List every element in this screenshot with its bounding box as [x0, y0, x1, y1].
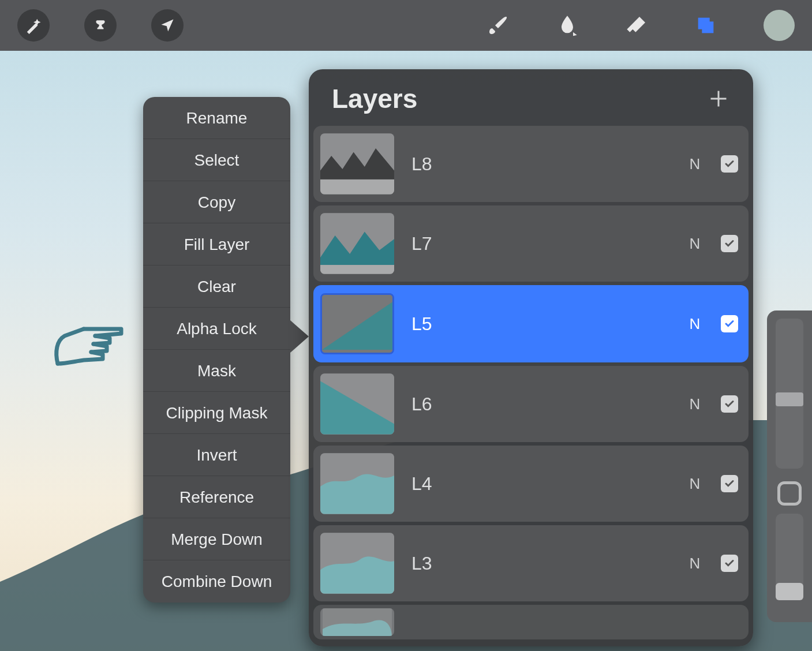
svg-rect-3 [320, 265, 394, 274]
plus-icon [708, 88, 729, 109]
layers-panel: Layers L8 N L7 N L5 N [309, 69, 753, 646]
layer-thumbnail [320, 533, 394, 594]
layer-row-partial[interactable] [313, 605, 749, 639]
layer-visible-checkbox[interactable] [721, 395, 738, 413]
context-invert[interactable]: Invert [143, 434, 290, 476]
layer-row-l4[interactable]: L4 N [313, 446, 749, 522]
context-select[interactable]: Select [143, 139, 290, 181]
actions-button[interactable] [17, 9, 50, 42]
context-alpha-lock[interactable]: Alpha Lock [143, 308, 290, 350]
layer-row-l5[interactable]: L5 N [313, 285, 749, 362]
layers-header: Layers [309, 69, 753, 126]
selection-icon [89, 14, 112, 37]
modify-button[interactable] [777, 481, 802, 506]
layer-visible-checkbox[interactable] [721, 555, 738, 572]
side-slider-panel [767, 310, 812, 622]
layer-visible-checkbox[interactable] [721, 315, 738, 332]
layer-row-l7[interactable]: L7 N [313, 205, 749, 282]
layers-title: Layers [332, 83, 417, 114]
layer-name: L7 [411, 233, 669, 255]
layer-name: L4 [411, 473, 669, 495]
opacity-slider[interactable] [776, 514, 803, 600]
hand-gesture-icon [52, 312, 127, 369]
layer-row-l8[interactable]: L8 N [313, 126, 749, 202]
context-clear[interactable]: Clear [143, 265, 290, 308]
toolbar-left [17, 9, 184, 42]
blend-mode[interactable]: N [686, 315, 704, 333]
layer-list: L8 N L7 N L5 N L6 N [309, 126, 753, 639]
magic-wand-icon [22, 14, 45, 37]
layer-thumbnail [320, 213, 394, 274]
add-layer-button[interactable] [707, 87, 730, 110]
transform-icon [156, 14, 179, 37]
context-menu-arrow [290, 320, 309, 353]
top-toolbar [0, 0, 812, 51]
context-mask[interactable]: Mask [143, 350, 290, 392]
layers-icon[interactable] [694, 14, 717, 37]
context-fill-layer[interactable]: Fill Layer [143, 223, 290, 265]
blend-mode[interactable]: N [686, 235, 704, 253]
context-rename[interactable]: Rename [143, 97, 290, 139]
transform-button[interactable] [151, 9, 184, 42]
eraser-icon[interactable] [625, 14, 648, 37]
layer-name: L5 [411, 313, 669, 335]
toolbar-right [487, 10, 795, 41]
layer-visible-checkbox[interactable] [721, 235, 738, 252]
layer-context-menu: Rename Select Copy Fill Layer Clear Alph… [143, 97, 290, 603]
blend-mode[interactable]: N [686, 555, 704, 573]
layer-name: L8 [411, 154, 669, 175]
brush-size-slider[interactable] [776, 319, 803, 469]
layer-thumbnail [320, 453, 394, 514]
layer-thumbnail [320, 133, 394, 194]
layer-visible-checkbox[interactable] [721, 475, 738, 492]
slider-handle[interactable] [776, 392, 803, 406]
layer-thumbnail [320, 293, 394, 354]
adjustments-button[interactable] [84, 9, 117, 42]
color-swatch[interactable] [764, 10, 795, 41]
layer-visible-checkbox[interactable] [721, 155, 738, 173]
layer-name: L6 [411, 394, 669, 415]
context-clipping-mask[interactable]: Clipping Mask [143, 392, 290, 434]
layer-name: L3 [411, 553, 669, 574]
layer-row-l3[interactable]: L3 N [313, 525, 749, 601]
blend-mode[interactable]: N [686, 395, 704, 413]
context-copy[interactable]: Copy [143, 181, 290, 223]
layer-thumbnail [320, 608, 394, 636]
context-combine-down[interactable]: Combine Down [143, 560, 290, 603]
blend-mode[interactable]: N [686, 155, 704, 173]
layer-row-l6[interactable]: L6 N [313, 366, 749, 442]
brush-icon[interactable] [487, 14, 510, 37]
svg-rect-1 [320, 179, 394, 194]
context-reference[interactable]: Reference [143, 476, 290, 518]
context-merge-down[interactable]: Merge Down [143, 518, 290, 560]
layer-thumbnail [320, 373, 394, 435]
smudge-icon[interactable] [556, 14, 579, 37]
slider-handle[interactable] [776, 583, 803, 600]
blend-mode[interactable]: N [686, 475, 704, 493]
